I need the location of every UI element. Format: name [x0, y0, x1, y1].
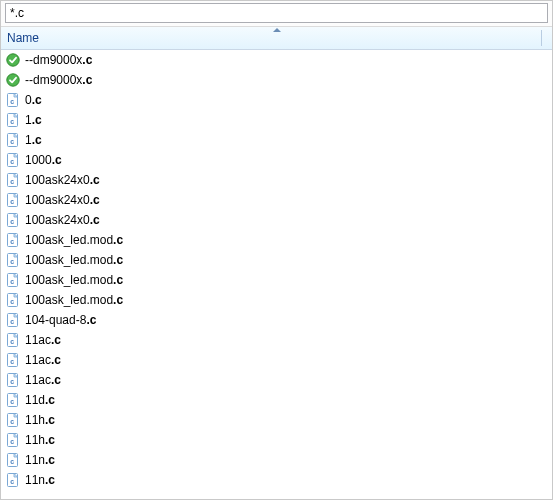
list-item[interactable]: c 11n.c [1, 470, 552, 490]
c-source-file-icon: c [5, 372, 21, 388]
file-ext: .c [86, 313, 96, 327]
file-ext: .c [51, 333, 61, 347]
svg-text:c: c [10, 398, 14, 405]
svg-text:c: c [10, 318, 14, 325]
c-source-file-icon: c [5, 452, 21, 468]
svg-text:c: c [10, 118, 14, 125]
filter-bar [1, 1, 552, 27]
list-item[interactable]: c 0.c [1, 90, 552, 110]
file-name-label: 11ac.c [25, 353, 61, 367]
file-ext: .c [45, 433, 55, 447]
file-ext: .c [45, 413, 55, 427]
file-ext: .c [51, 353, 61, 367]
file-base: --dm9000x [25, 53, 82, 67]
file-name-label: 100ask_led.mod.c [25, 233, 123, 247]
svg-text:c: c [10, 338, 14, 345]
c-source-file-icon: c [5, 272, 21, 288]
svg-text:c: c [10, 98, 14, 105]
column-separator[interactable] [541, 30, 542, 46]
c-source-file-icon: c [5, 432, 21, 448]
c-source-file-icon: c [5, 92, 21, 108]
file-name-label: 100ask_led.mod.c [25, 273, 123, 287]
file-base: 11ac [25, 353, 51, 367]
list-item[interactable]: c 100ask24x0.c [1, 170, 552, 190]
file-name-label: 11h.c [25, 413, 55, 427]
file-ext: .c [51, 373, 61, 387]
c-source-file-icon: c [5, 112, 21, 128]
svg-text:c: c [10, 478, 14, 485]
sort-ascending-icon [273, 28, 281, 32]
column-header-name[interactable]: Name [1, 31, 552, 45]
file-ext: .c [82, 53, 92, 67]
file-base: --dm9000x [25, 73, 82, 87]
file-base: 1 [25, 133, 32, 147]
file-base: 100ask_led.mod [25, 293, 113, 307]
list-item[interactable]: c 1000.c [1, 150, 552, 170]
list-item[interactable]: c 1.c [1, 110, 552, 130]
file-base: 0 [25, 93, 32, 107]
list-item[interactable]: c 100ask_led.mod.c [1, 250, 552, 270]
file-name-label: 100ask24x0.c [25, 213, 100, 227]
file-base: 11d [25, 393, 45, 407]
c-source-file-icon: c [5, 152, 21, 168]
file-ext: .c [45, 473, 55, 487]
file-name-label: 11n.c [25, 453, 55, 467]
file-base: 1 [25, 113, 32, 127]
file-name-label: 1.c [25, 133, 42, 147]
list-item[interactable]: c 1.c [1, 130, 552, 150]
file-base: 11n [25, 473, 45, 487]
file-name-label: 11ac.c [25, 333, 61, 347]
file-ext: .c [113, 293, 123, 307]
file-ext: .c [32, 133, 42, 147]
file-base: 100ask_led.mod [25, 253, 113, 267]
list-item[interactable]: c 11ac.c [1, 350, 552, 370]
file-name-label: 100ask_led.mod.c [25, 293, 123, 307]
list-item[interactable]: c 11d.c [1, 390, 552, 410]
filter-input[interactable] [5, 3, 548, 23]
svg-text:c: c [10, 178, 14, 185]
file-ext: .c [90, 173, 100, 187]
list-item[interactable]: c 104-quad-8.c [1, 310, 552, 330]
list-item[interactable]: c 11h.c [1, 410, 552, 430]
file-ext: .c [113, 253, 123, 267]
c-source-file-icon: c [5, 292, 21, 308]
svg-text:c: c [10, 378, 14, 385]
list-item[interactable]: c 11n.c [1, 450, 552, 470]
file-list-window: Name --dm9000x.c --dm9000x.c c 0.c c 1.c [0, 0, 553, 500]
list-item[interactable]: c 100ask_led.mod.c [1, 290, 552, 310]
list-item[interactable]: c 100ask24x0.c [1, 190, 552, 210]
file-ext: .c [32, 113, 42, 127]
file-base: 11n [25, 453, 45, 467]
file-ext: .c [90, 213, 100, 227]
file-base: 100ask24x0 [25, 173, 90, 187]
list-item[interactable]: c 100ask_led.mod.c [1, 230, 552, 250]
c-source-file-icon: c [5, 212, 21, 228]
file-base: 100ask24x0 [25, 213, 90, 227]
c-source-file-icon: c [5, 412, 21, 428]
file-ext: .c [32, 93, 42, 107]
svg-text:c: c [10, 138, 14, 145]
list-item[interactable]: c 11h.c [1, 430, 552, 450]
list-item[interactable]: --dm9000x.c [1, 70, 552, 90]
svg-text:c: c [10, 218, 14, 225]
list-item[interactable]: c 11ac.c [1, 330, 552, 350]
file-ext: .c [113, 233, 123, 247]
file-ext: .c [52, 153, 62, 167]
svg-text:c: c [10, 158, 14, 165]
list-item[interactable]: c 100ask_led.mod.c [1, 270, 552, 290]
column-header-row[interactable]: Name [1, 27, 552, 50]
c-source-file-icon: c [5, 192, 21, 208]
svg-text:c: c [10, 438, 14, 445]
svg-text:c: c [10, 298, 14, 305]
file-name-label: 1.c [25, 113, 42, 127]
file-list[interactable]: --dm9000x.c --dm9000x.c c 0.c c 1.c c 1.… [1, 50, 552, 499]
file-name-label: 100ask_led.mod.c [25, 253, 123, 267]
check-mark-file-icon [5, 72, 21, 88]
svg-text:c: c [10, 458, 14, 465]
list-item[interactable]: --dm9000x.c [1, 50, 552, 70]
file-name-label: 100ask24x0.c [25, 173, 100, 187]
c-source-file-icon: c [5, 332, 21, 348]
file-name-label: 11n.c [25, 473, 55, 487]
list-item[interactable]: c 11ac.c [1, 370, 552, 390]
list-item[interactable]: c 100ask24x0.c [1, 210, 552, 230]
